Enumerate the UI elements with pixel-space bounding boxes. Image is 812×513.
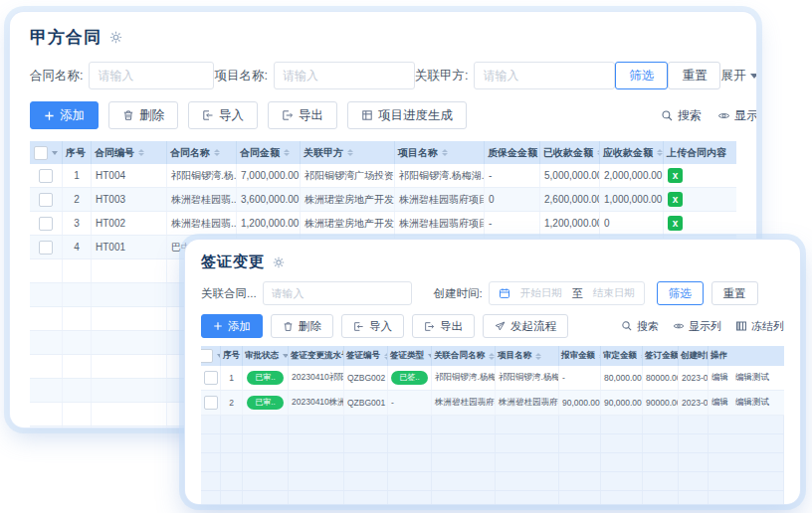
excel-file-icon[interactable]: x <box>668 216 683 231</box>
empty-cell <box>388 453 432 471</box>
column-header[interactable]: 审定金额 <box>601 346 643 366</box>
delete-button[interactable]: 删除 <box>271 314 333 338</box>
cell: 90000.00 <box>643 391 679 415</box>
column-header[interactable]: 项目名称 <box>496 346 559 366</box>
operation-link[interactable]: 编辑 <box>711 372 728 384</box>
column-header[interactable]: 报审金额 <box>559 346 601 366</box>
start-date-field[interactable]: 开始日期 <box>520 286 562 300</box>
freeze-columns-tool[interactable]: 冻结列 <box>735 319 784 334</box>
column-header-label: 报审金额 <box>561 350 595 362</box>
column-header[interactable]: 签证类型 <box>388 346 432 366</box>
column-header[interactable]: 合同编号 <box>92 141 167 164</box>
add-button[interactable]: 添加 <box>30 101 99 129</box>
row-checkbox[interactable] <box>204 396 218 410</box>
related-contract-input[interactable] <box>263 281 412 305</box>
cell: x <box>664 188 736 211</box>
empty-cell <box>709 416 784 433</box>
empty-cell <box>344 472 388 490</box>
row-checkbox[interactable] <box>204 371 218 385</box>
sort-icon[interactable] <box>489 353 495 360</box>
table-row: 1HT004祁阳铜锣湾.杨...7,000,000.00祁阳铜锣湾广场投资...… <box>30 164 736 188</box>
filter-button[interactable]: 筛选 <box>615 62 668 89</box>
search-tool[interactable]: 搜索 <box>661 107 702 124</box>
column-header[interactable]: 签订金额 <box>643 346 679 366</box>
column-header[interactable]: 关联甲方 <box>301 141 395 164</box>
sort-icon[interactable] <box>347 149 353 156</box>
trash-icon <box>122 109 134 121</box>
column-header[interactable]: 关联合同名称 <box>432 346 496 366</box>
empty-cell <box>344 416 388 433</box>
sort-icon[interactable] <box>284 149 290 156</box>
cell: 20230410祁阳... <box>289 366 344 390</box>
chevron-down-icon[interactable] <box>52 151 58 155</box>
contract-name-input[interactable] <box>89 62 214 89</box>
cell: 株洲珺堂房地产开发... <box>301 212 395 235</box>
add-button[interactable]: 添加 <box>201 314 263 338</box>
import-button[interactable]: 导入 <box>188 101 258 129</box>
column-header[interactable]: 已收款金额 <box>540 141 600 164</box>
related-contract-label: 关联合同... <box>201 286 257 301</box>
row-checkbox[interactable] <box>39 241 53 255</box>
column-header[interactable]: 合同名称 <box>167 141 237 164</box>
empty-cell <box>601 416 643 433</box>
column-header[interactable]: 应收款金额 <box>600 141 664 164</box>
empty-cell <box>679 491 709 504</box>
settings-gear-icon[interactable] <box>109 31 122 44</box>
cell: 已审.. <box>243 391 289 415</box>
end-date-field[interactable]: 结束日期 <box>593 286 635 300</box>
generate-progress-button[interactable]: 项目进度生成 <box>347 101 467 129</box>
reset-button[interactable]: 重置 <box>711 281 758 305</box>
related-party-input[interactable] <box>474 62 615 89</box>
column-header[interactable]: 合同金额 <box>237 141 301 164</box>
display-columns-tool[interactable]: 显示列 <box>717 107 756 124</box>
cell: HT001 <box>92 236 167 258</box>
sort-icon[interactable] <box>657 149 663 156</box>
operation-link[interactable]: 编辑测试 <box>735 372 769 384</box>
sort-icon[interactable] <box>535 353 541 360</box>
column-header-label: 签证编号 <box>346 350 380 362</box>
cell: 20230410株洲... <box>289 391 344 415</box>
empty-cell <box>243 472 289 490</box>
expand-toggle[interactable]: 展开 <box>720 68 756 85</box>
date-range-picker[interactable]: 开始日期 至 结束日期 <box>489 281 645 305</box>
column-header[interactable]: 质保金金额 <box>485 141 540 164</box>
sort-icon[interactable] <box>214 149 220 156</box>
related-party-label: 关联甲方: <box>415 68 468 85</box>
search-tool[interactable]: 搜索 <box>621 319 659 334</box>
select-all-checkbox[interactable] <box>201 349 213 363</box>
column-header[interactable]: 签证变更流水号 <box>289 346 344 366</box>
empty-cell <box>496 491 559 504</box>
column-header[interactable]: 审批状态 <box>243 346 289 366</box>
table-row: 2已审..20230410株洲...QZBG001-株洲碧桂园翡府项目...株洲… <box>201 391 784 416</box>
column-header-label: 签订金额 <box>645 350 679 362</box>
display-columns-tool[interactable]: 显示列 <box>673 319 721 334</box>
operation-link[interactable]: 编辑测试 <box>735 397 769 409</box>
select-all-header-cell <box>30 141 63 164</box>
row-checkbox[interactable] <box>39 217 53 231</box>
empty-cell <box>679 434 709 452</box>
column-header[interactable]: 签证编号 <box>344 346 388 366</box>
filter-button[interactable]: 筛选 <box>657 281 704 305</box>
row-checkbox[interactable] <box>39 193 53 207</box>
select-all-checkbox[interactable] <box>34 146 48 160</box>
import-button[interactable]: 导入 <box>341 314 404 338</box>
column-header[interactable]: 项目名称 <box>395 141 485 164</box>
cell: 祁阳铜锣湾广场投资... <box>301 164 395 187</box>
reset-button[interactable]: 重置 <box>668 62 720 89</box>
excel-file-icon[interactable]: x <box>668 192 683 207</box>
project-name-input[interactable] <box>274 62 415 89</box>
excel-file-icon[interactable]: x <box>668 168 683 183</box>
delete-button[interactable]: 删除 <box>108 101 178 129</box>
operation-link[interactable]: 编辑 <box>711 397 728 409</box>
sort-icon[interactable] <box>138 149 144 156</box>
settings-gear-icon[interactable] <box>273 256 285 268</box>
row-checkbox[interactable] <box>39 169 53 183</box>
calendar-icon <box>499 287 510 299</box>
cell: QZBG001 <box>344 391 388 415</box>
empty-row <box>201 453 784 472</box>
start-flow-button[interactable]: 发起流程 <box>483 314 568 338</box>
export-button[interactable]: 导出 <box>412 314 475 338</box>
empty-cell <box>92 283 167 306</box>
sort-icon[interactable] <box>442 149 448 156</box>
export-button[interactable]: 导出 <box>268 101 337 129</box>
